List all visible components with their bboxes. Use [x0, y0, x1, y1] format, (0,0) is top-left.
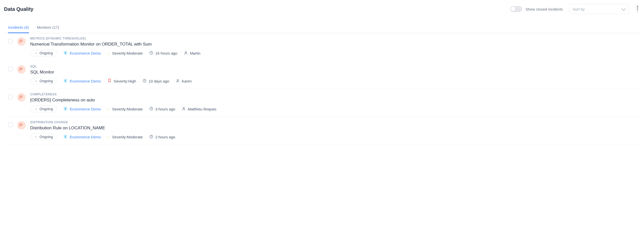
- incident-source[interactable]: Ecommerce Demo: [63, 78, 101, 84]
- incident-source[interactable]: Ecommerce Demo: [63, 134, 101, 140]
- incident-time: 2 hours ago: [149, 135, 175, 139]
- flag-icon: [17, 121, 26, 130]
- flag-icon: [17, 93, 26, 102]
- incident-title: SQL Monitor: [30, 70, 636, 75]
- toggle-closed-incidents: Show closed incidents: [510, 6, 563, 12]
- sort-placeholder: Sort by: [573, 7, 585, 11]
- snowflake-icon: [63, 106, 68, 112]
- incident-row[interactable]: SQLSQL Monitor→OngoingEcommerce DemoSeve…: [4, 61, 640, 89]
- svg-point-5: [183, 107, 184, 108]
- incident-meta: →OngoingEcommerce DemoSeverity:High10 da…: [30, 78, 636, 84]
- incident-assignee: Martin: [184, 51, 200, 56]
- status-label: Ongoing: [40, 79, 53, 83]
- incident-row[interactable]: METRICS (DYNAMIC THRESHOLDS)Numerical Tr…: [4, 33, 640, 61]
- incident-source[interactable]: Ecommerce Demo: [63, 51, 101, 56]
- user-icon: [176, 79, 180, 84]
- incident-assignee: Karim: [176, 79, 192, 84]
- incident-source[interactable]: Ecommerce Demo: [63, 106, 101, 112]
- incident-time: 10 days ago: [142, 79, 169, 84]
- incident-meta: →OngoingEcommerce Demo︿︿Severity:Moderat…: [30, 134, 636, 140]
- incident-category: COMPLETENESS: [30, 93, 636, 96]
- tab-0[interactable]: Incidents (4): [8, 23, 29, 33]
- incident-body: METRICS (DYNAMIC THRESHOLDS)Numerical Tr…: [30, 37, 636, 56]
- user-icon: [184, 51, 188, 56]
- incident-category: SQL: [30, 65, 636, 68]
- sort-by-select[interactable]: Sort by: [569, 4, 629, 14]
- status-label: Ongoing: [40, 51, 53, 55]
- snowflake-icon: [63, 51, 68, 56]
- incident-time: 16 hours ago: [149, 51, 177, 56]
- severity-high-icon: [108, 78, 112, 84]
- incident-checkbox[interactable]: [8, 67, 13, 71]
- flag-icon: [17, 65, 26, 74]
- incident-severity: ︿︿Severity:Moderate: [108, 51, 143, 55]
- tab-1[interactable]: Monitors (17): [37, 23, 59, 33]
- chevron-down-icon: [622, 7, 626, 11]
- incident-body: DISTRIBUTION CHANGEDistribution Rule on …: [30, 121, 636, 140]
- toggle-switch[interactable]: [510, 6, 522, 12]
- incident-list: METRICS (DYNAMIC THRESHOLDS)Numerical Tr…: [4, 33, 640, 145]
- status-label: Ongoing: [40, 135, 53, 139]
- status-pill[interactable]: →Ongoing: [30, 50, 57, 56]
- incident-checkbox[interactable]: [8, 39, 13, 43]
- arrow-right-icon: →: [34, 79, 38, 83]
- incident-time: 3 hours ago: [149, 107, 175, 111]
- page-header: Data Quality Show closed incidents Sort …: [4, 4, 640, 14]
- toggle-label: Show closed incidents: [526, 7, 563, 11]
- incident-checkbox[interactable]: [8, 95, 13, 99]
- page-title: Data Quality: [4, 6, 33, 12]
- incident-severity: ︿︿Severity:Moderate: [108, 107, 143, 111]
- tabs: Incidents (4)Monitors (17): [4, 23, 640, 33]
- user-icon: [182, 107, 186, 111]
- incident-row[interactable]: DISTRIBUTION CHANGEDistribution Rule on …: [4, 117, 640, 145]
- severity-moderate-icon: ︿︿: [108, 135, 110, 138]
- incident-meta: →OngoingEcommerce Demo︿︿Severity:Moderat…: [30, 50, 636, 56]
- status-pill[interactable]: →Ongoing: [30, 134, 57, 140]
- clock-icon: [149, 107, 153, 111]
- incident-body: COMPLETENESS[ORDERS] Completeness on aut…: [30, 93, 636, 112]
- incident-body: SQLSQL Monitor→OngoingEcommerce DemoSeve…: [30, 65, 636, 84]
- svg-point-3: [177, 79, 178, 81]
- status-pill[interactable]: →Ongoing: [30, 106, 57, 112]
- incident-title: [ORDERS] Completeness on auto: [30, 98, 636, 103]
- severity-moderate-icon: ︿︿: [108, 107, 110, 110]
- severity-moderate-icon: ︿︿: [108, 52, 110, 55]
- sort-direction-button[interactable]: A Z ↓: [635, 6, 640, 13]
- arrow-right-icon: →: [34, 107, 38, 111]
- snowflake-icon: [63, 78, 68, 84]
- incident-category: METRICS (DYNAMIC THRESHOLDS): [30, 37, 636, 40]
- arrow-right-icon: →: [34, 135, 38, 139]
- status-label: Ongoing: [40, 107, 53, 111]
- clock-icon: [149, 51, 153, 56]
- status-pill[interactable]: →Ongoing: [30, 78, 57, 84]
- incident-checkbox[interactable]: [8, 123, 13, 127]
- incident-title: Numerical Transformation Monitor on ORDE…: [30, 42, 636, 47]
- header-controls: Show closed incidents Sort by A Z ↓: [510, 4, 640, 14]
- clock-icon: [142, 79, 147, 84]
- clock-icon: [149, 135, 153, 139]
- incident-severity: Severity:High: [108, 78, 136, 84]
- incident-row[interactable]: COMPLETENESS[ORDERS] Completeness on aut…: [4, 89, 640, 117]
- incident-meta: →OngoingEcommerce Demo︿︿Severity:Moderat…: [30, 106, 636, 112]
- snowflake-icon: [63, 134, 68, 140]
- incident-severity: ︿︿Severity:Moderate: [108, 135, 143, 139]
- incident-category: DISTRIBUTION CHANGE: [30, 121, 636, 124]
- flag-icon: [17, 37, 26, 46]
- incident-title: Distribution Rule on LOCATION_NAME: [30, 126, 636, 131]
- arrow-right-icon: →: [34, 51, 38, 55]
- svg-point-1: [185, 51, 187, 53]
- incident-assignee: Matthieu Roques: [182, 107, 216, 111]
